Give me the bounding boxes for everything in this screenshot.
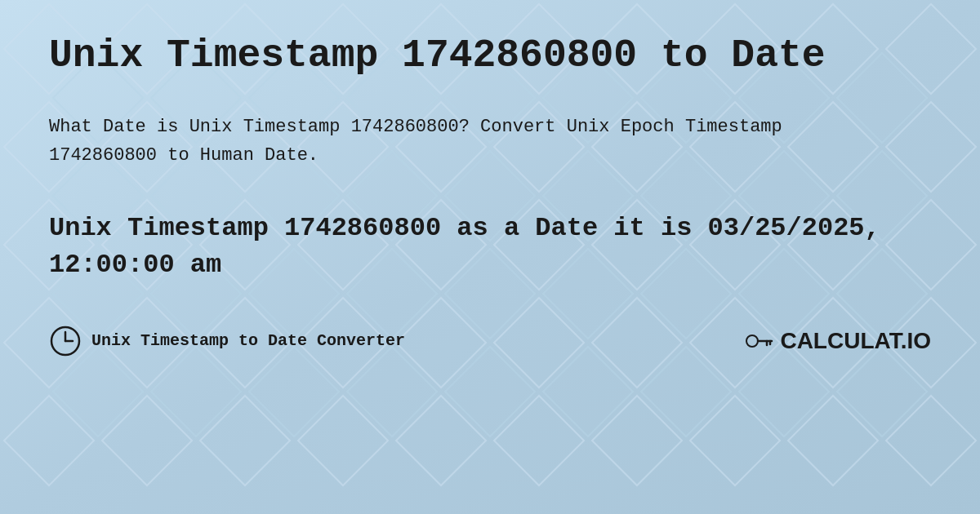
result-section: Unix Timestamp 1742860800 as a Date it i… (49, 210, 931, 284)
logo-text: CALCULAT.IO (780, 328, 931, 354)
page-description: What Date is Unix Timestamp 1742860800? … (49, 113, 784, 170)
footer-left: Unix Timestamp to Date Converter (49, 325, 405, 357)
clock-icon (49, 325, 82, 357)
logo-icon (744, 326, 773, 356)
footer: Unix Timestamp to Date Converter CALCULA… (49, 325, 931, 357)
footer-label: Unix Timestamp to Date Converter (91, 331, 405, 350)
svg-point-93 (746, 335, 758, 347)
page-title: Unix Timestamp 1742860800 to Date (49, 33, 931, 80)
logo: CALCULAT.IO (744, 326, 931, 356)
result-text: Unix Timestamp 1742860800 as a Date it i… (49, 210, 931, 284)
